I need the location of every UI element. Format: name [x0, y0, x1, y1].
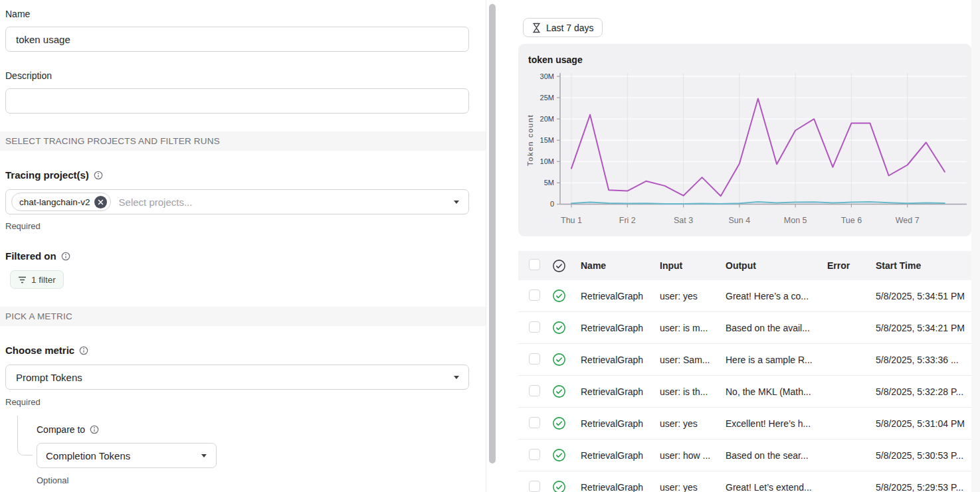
col-header-error[interactable]: Error — [827, 260, 876, 271]
name-label: Name — [5, 9, 30, 19]
run-name: RetrievalGraph — [570, 291, 660, 301]
run-name: RetrievalGraph — [570, 482, 660, 492]
description-input[interactable] — [5, 88, 469, 114]
run-input: user: is m... — [660, 323, 726, 333]
table-row[interactable]: RetrievalGraph user: yes Great! Let’s ex… — [518, 471, 971, 492]
run-output: Based on the avail... — [726, 323, 827, 333]
success-status-icon — [552, 416, 566, 430]
col-header-input[interactable]: Input — [660, 260, 726, 271]
run-output: Great! Let’s extend... — [726, 482, 827, 492]
tracing-required-hint: Required — [5, 221, 41, 231]
run-name: RetrievalGraph — [570, 386, 660, 397]
time-range-label: Last 7 days — [546, 23, 594, 33]
info-icon[interactable] — [94, 171, 103, 180]
success-status-icon — [552, 480, 566, 492]
svg-text:Mon 5: Mon 5 — [784, 216, 807, 225]
token-usage-line-chart: 05M10M15M20M25M30MThu 1Fri 2Sat 3Sun 4Mo… — [518, 44, 971, 236]
run-output: No, the MKL (Math... — [726, 386, 827, 397]
row-checkbox[interactable] — [529, 321, 540, 333]
section-select-projects: SELECT TRACING PROJECTS AND FILTER RUNS — [0, 131, 486, 151]
run-start-time: 5/8/2025, 5:30:53 P... — [876, 450, 971, 461]
metric-select[interactable]: Prompt Tokens — [5, 365, 469, 390]
run-output: Great! Here’s a co... — [726, 291, 827, 301]
project-chip-label: chat-langchain-v2 — [19, 197, 90, 207]
info-icon[interactable] — [90, 425, 99, 434]
run-output: Here is a sample R... — [726, 355, 827, 365]
run-input: user: yes — [660, 482, 726, 492]
tracing-projects-label-text: Tracing project(s) — [5, 169, 89, 181]
time-range-button[interactable]: Last 7 days — [523, 18, 603, 37]
compare-select-value: Completion Tokens — [46, 450, 130, 461]
col-header-start-time[interactable]: Start Time — [876, 260, 971, 271]
table-row[interactable]: RetrievalGraph user: Sam... Here is a sa… — [518, 344, 971, 376]
svg-text:0: 0 — [550, 200, 554, 208]
run-name: RetrievalGraph — [570, 450, 660, 461]
filter-count-label: 1 filter — [31, 275, 56, 285]
runs-table: Name Input Output Error Start Time Retri… — [518, 251, 971, 492]
filtered-on-label-text: Filtered on — [5, 250, 56, 262]
hourglass-icon — [532, 23, 541, 33]
svg-text:Wed 7: Wed 7 — [896, 216, 920, 225]
remove-project-icon[interactable] — [94, 196, 107, 208]
success-status-icon — [552, 289, 566, 303]
run-start-time: 5/8/2025, 5:34:51 PM — [876, 291, 971, 301]
table-row[interactable]: RetrievalGraph user: is th... No, the MK… — [518, 376, 971, 408]
description-label: Description — [5, 70, 52, 81]
success-status-icon — [552, 384, 566, 398]
svg-text:Sun 4: Sun 4 — [729, 216, 751, 225]
chart-preview-card: token usage 05M10M15M20M25M30MThu 1Fri 2… — [518, 44, 971, 236]
table-row[interactable]: RetrievalGraph user: yes Excellent! Here… — [518, 408, 971, 440]
chevron-down-icon — [454, 376, 459, 379]
svg-text:30M: 30M — [540, 72, 554, 80]
run-output: Based on the sear... — [726, 450, 827, 461]
table-row[interactable]: RetrievalGraph user: yes Great! Here’s a… — [518, 280, 971, 312]
col-header-name[interactable]: Name — [570, 260, 660, 271]
preview-panel: Last 7 days token usage 05M10M15M20M25M3… — [496, 0, 980, 492]
success-status-icon — [552, 321, 566, 335]
section-pick-metric: PICK A METRIC — [0, 307, 486, 326]
left-panel-scrollbar-track — [486, 0, 496, 492]
compare-select[interactable]: Completion Tokens — [37, 443, 217, 468]
table-row[interactable]: RetrievalGraph user: how ... Based on th… — [518, 440, 971, 471]
compare-to-label-text: Compare to — [37, 424, 85, 435]
metric-required-hint: Required — [5, 397, 41, 407]
status-column-icon — [552, 259, 566, 273]
row-checkbox[interactable] — [529, 385, 540, 396]
svg-text:Token count: Token count — [526, 114, 534, 167]
filter-count-button[interactable]: 1 filter — [10, 270, 64, 289]
svg-text:Tue 6: Tue 6 — [841, 216, 862, 225]
info-icon[interactable] — [61, 252, 70, 261]
info-icon[interactable] — [79, 346, 88, 355]
row-checkbox[interactable] — [529, 481, 540, 492]
svg-text:Thu 1: Thu 1 — [561, 216, 582, 225]
row-checkbox[interactable] — [529, 449, 540, 460]
select-all-checkbox[interactable] — [529, 259, 540, 270]
name-input[interactable] — [5, 27, 469, 52]
svg-text:15M: 15M — [540, 136, 554, 144]
run-start-time: 5/8/2025, 5:32:28 P... — [876, 386, 971, 397]
chevron-down-icon — [201, 454, 207, 457]
chart-config-panel: Name Description SELECT TRACING PROJECTS… — [0, 0, 486, 492]
left-panel-scrollbar-thumb[interactable] — [489, 4, 496, 463]
choose-metric-label-text: Choose metric — [5, 345, 74, 356]
right-panel-scrollbar-gutter — [971, 0, 980, 492]
run-start-time: 5/8/2025, 5:33:36 ... — [876, 355, 971, 365]
row-checkbox[interactable] — [529, 353, 540, 365]
run-start-time: 5/8/2025, 5:31:04 PM — [876, 418, 971, 429]
project-select-placeholder: Select projects... — [119, 197, 193, 208]
row-checkbox[interactable] — [529, 417, 540, 428]
row-checkbox[interactable] — [529, 289, 540, 301]
project-multiselect[interactable]: chat-langchain-v2 Select projects... — [5, 189, 469, 214]
run-input: user: how ... — [660, 450, 726, 461]
run-output: Excellent! Here’s h... — [726, 418, 827, 429]
compare-connector-line — [17, 416, 33, 455]
project-chip: chat-langchain-v2 — [11, 193, 111, 211]
run-input: user: yes — [660, 418, 726, 429]
filtered-on-label: Filtered on — [5, 250, 70, 262]
col-header-output[interactable]: Output — [726, 260, 827, 271]
compare-optional-hint: Optional — [37, 475, 68, 485]
table-row[interactable]: RetrievalGraph user: is m... Based on th… — [518, 312, 971, 344]
run-input: user: Sam... — [660, 355, 726, 365]
svg-text:10M: 10M — [540, 157, 554, 165]
svg-text:Sat 3: Sat 3 — [674, 216, 693, 225]
